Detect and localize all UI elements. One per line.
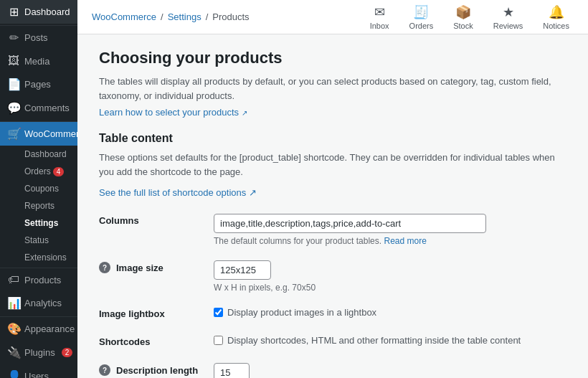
media-icon: 🖼 <box>7 55 20 67</box>
image-size-desc: W x H in pixels, e.g. 70x50 <box>214 283 566 293</box>
sidebar-item-label: Products <box>24 275 61 285</box>
sidebar-item-label: Pages <box>24 79 51 90</box>
sidebar-item-label: Media <box>24 56 49 67</box>
description-length-field: words <box>214 356 566 378</box>
shortcodes-checkbox-label: Display shortcodes, HTML and other forma… <box>227 335 521 346</box>
comments-icon: 💬 <box>7 101 20 115</box>
woo-topbar: WooCommerce / Settings / Products ✉ Inbo… <box>77 0 588 34</box>
columns-label: Columns <box>99 207 214 253</box>
sidebar-item-label: Plugins <box>24 347 55 358</box>
columns-desc: The default columns for your product tab… <box>214 236 566 246</box>
breadcrumb-settings[interactable]: Settings <box>168 11 201 22</box>
sidebar-item-label: Dashboard <box>24 6 70 17</box>
external-link-icon2: ↗ <box>249 187 257 198</box>
sidebar-item-users[interactable]: 👤 Users <box>0 364 77 378</box>
woo-nav: ✉ Inbox 🧾 Orders 📦 Stock ★ Reviews 🔔 <box>366 1 574 33</box>
page-title: Choosing your products <box>99 49 566 67</box>
description-length-row: ? Description length words <box>99 356 566 378</box>
sidebar-sub-status[interactable]: Status <box>0 232 77 249</box>
columns-input[interactable] <box>214 214 486 233</box>
image-size-field: W x H in pixels, e.g. 70x50 <box>214 253 566 300</box>
products-icon: 🏷 <box>7 273 20 286</box>
sidebar-item-label: Analytics <box>24 298 62 308</box>
pages-icon: 📄 <box>7 77 20 91</box>
inbox-icon: ✉ <box>374 4 385 20</box>
sidebar-item-products[interactable]: 🏷 Products <box>0 268 77 291</box>
breadcrumb-current: Products <box>212 11 249 22</box>
settings-form: Columns The default columns for your pro… <box>99 207 566 378</box>
appearance-icon: 🎨 <box>7 322 20 336</box>
image-size-row: ? Image size W x H in pixels, e.g. 70x50 <box>99 253 566 300</box>
plugins-icon: 🔌 <box>7 346 20 359</box>
sidebar-sub-orders[interactable]: Orders 4 <box>0 163 77 180</box>
image-lightbox-checkbox[interactable] <box>214 308 223 317</box>
posts-icon: ✏ <box>7 31 20 44</box>
sidebar-item-analytics[interactable]: 📊 Analytics <box>0 291 77 315</box>
image-lightbox-checkbox-label: Display product images in a lightbox <box>227 307 376 318</box>
columns-row: Columns The default columns for your pro… <box>99 207 566 253</box>
columns-read-more[interactable]: Read more <box>384 236 426 246</box>
sidebar-item-appearance[interactable]: 🎨 Appearance <box>0 317 77 341</box>
breadcrumb-sep1: / <box>161 11 163 22</box>
sidebar-sub-dashboard[interactable]: Dashboard <box>0 146 77 163</box>
sidebar-sub-coupons[interactable]: Coupons <box>0 180 77 197</box>
analytics-icon: 📊 <box>7 296 20 310</box>
stock-icon: 📦 <box>455 4 471 20</box>
description-length-input[interactable] <box>214 363 250 378</box>
sidebar-item-media[interactable]: 🖼 Media <box>0 49 77 72</box>
image-lightbox-field: Display product images in a lightbox <box>214 300 566 328</box>
orders-icon: 🧾 <box>413 4 429 20</box>
sidebar-item-posts[interactable]: ✏ Posts <box>0 26 77 49</box>
sidebar-item-label: Comments <box>24 103 70 113</box>
orders-badge: 4 <box>53 167 65 176</box>
sidebar-sub-settings[interactable]: Settings <box>0 214 77 232</box>
breadcrumb-sep2: / <box>206 11 209 22</box>
image-lightbox-label: Image lightbox <box>99 300 214 328</box>
main-content: Choosing your products The tables will d… <box>77 34 588 378</box>
shortcodes-field: Display shortcodes, HTML and other forma… <box>214 328 566 356</box>
description-length-label: ? Description length <box>99 356 214 378</box>
table-content-desc: These options set defaults for the [prod… <box>99 151 566 179</box>
shortcodes-row: Shortcodes Display shortcodes, HTML and … <box>99 328 566 356</box>
breadcrumb-woocommerce[interactable]: WooCommerce <box>92 11 156 22</box>
shortcode-link[interactable]: See the full list of shortcode options ↗ <box>99 187 257 198</box>
sidebar-item-label: Posts <box>24 32 48 43</box>
external-link-icon: ↗ <box>242 109 247 117</box>
sidebar-sub-extensions[interactable]: Extensions <box>0 249 77 266</box>
users-icon: 👤 <box>7 369 20 378</box>
woo-nav-notices[interactable]: 🔔 Notices <box>539 1 574 33</box>
woocommerce-icon: 🛒 <box>7 127 20 141</box>
sidebar-sub-reports[interactable]: Reports <box>0 197 77 214</box>
woo-nav-inbox[interactable]: ✉ Inbox <box>366 1 394 33</box>
learn-link[interactable]: Learn how to select your products ↗ <box>99 107 247 118</box>
columns-field: The default columns for your product tab… <box>214 207 566 253</box>
woo-nav-orders[interactable]: 🧾 Orders <box>405 1 438 33</box>
notices-icon: 🔔 <box>549 4 564 20</box>
woo-nav-stock[interactable]: 📦 Stock <box>449 1 478 33</box>
sidebar-item-plugins[interactable]: 🔌 Plugins 2 <box>0 341 77 364</box>
image-size-help-icon[interactable]: ? <box>99 262 110 273</box>
image-size-label: ? Image size <box>99 253 214 300</box>
reviews-icon: ★ <box>503 4 514 20</box>
woo-nav-reviews[interactable]: ★ Reviews <box>489 1 528 33</box>
page-description: The tables will display all products by … <box>99 75 566 103</box>
sidebar-item-label: WooCommerce <box>24 128 77 139</box>
shortcodes-checkbox[interactable] <box>214 336 223 345</box>
dashboard-icon: ⊞ <box>7 5 20 19</box>
sidebar-item-label: Users <box>24 371 49 378</box>
image-lightbox-row: Image lightbox Display product images in… <box>99 300 566 328</box>
desc-length-help-icon[interactable]: ? <box>99 364 110 376</box>
shortcodes-label: Shortcodes <box>99 328 214 356</box>
sidebar-item-woocommerce[interactable]: 🛒 WooCommerce <box>0 122 77 146</box>
breadcrumb: WooCommerce / Settings / Products <box>92 11 250 22</box>
sidebar-item-dashboard[interactable]: ⊞ Dashboard <box>0 0 77 24</box>
image-size-input[interactable] <box>214 260 271 280</box>
plugins-badge: 2 <box>62 348 73 357</box>
sidebar-item-pages[interactable]: 📄 Pages <box>0 72 77 96</box>
table-content-title: Table content <box>99 132 566 145</box>
sidebar-item-comments[interactable]: 💬 Comments <box>0 96 77 120</box>
sidebar: ⊞ Dashboard ✏ Posts 🖼 Media 📄 Pages 💬 Co… <box>0 0 77 378</box>
sidebar-item-label: Appearance <box>24 323 75 334</box>
